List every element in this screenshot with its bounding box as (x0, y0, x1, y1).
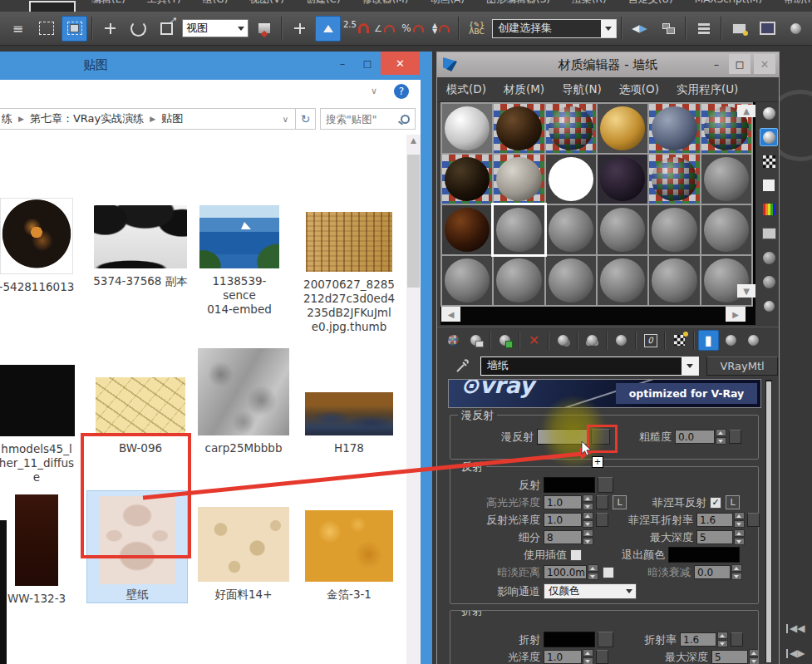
material-sample-slot[interactable] (701, 205, 751, 254)
max-menu-item[interactable]: 动画(A) (430, 0, 465, 5)
search-box[interactable] (320, 108, 416, 130)
roughness-spinner[interactable] (716, 429, 726, 445)
material-sample-slot[interactable] (701, 256, 751, 305)
make-material-copy-button[interactable] (553, 330, 573, 351)
show-map-in-viewport-button[interactable] (669, 330, 690, 351)
make-unique-button[interactable] (582, 330, 603, 351)
render-production-button[interactable] (783, 16, 809, 42)
explorer-scrollbar[interactable]: ▲ (406, 135, 421, 664)
layer-manager-button[interactable] (691, 16, 716, 42)
affect-channels-dropdown[interactable]: 仅颜色 (544, 583, 637, 599)
video-color-check-button[interactable] (760, 200, 778, 219)
max-menu-item[interactable]: MAXScript(M) (695, 0, 762, 5)
refract-gloss-spinner[interactable] (583, 649, 593, 664)
file-item[interactable]: carp25Mbbbb (196, 348, 291, 455)
explorer-titlebar[interactable]: 贴图 – ◻ ✕ (0, 52, 432, 80)
go-to-start-button[interactable]: ◀◀ (786, 622, 805, 634)
select-by-material-button[interactable] (760, 273, 778, 291)
max-menu-item[interactable]: 组(G) (203, 0, 229, 5)
help-button[interactable]: ? (394, 84, 409, 99)
use-pivot-point-button[interactable] (251, 16, 277, 42)
material-map-navigator-button[interactable] (760, 297, 778, 315)
menu-navigation[interactable]: 导航(N) (562, 82, 602, 97)
select-and-manipulate-button[interactable] (287, 16, 312, 42)
material-sample-slot[interactable] (546, 205, 596, 254)
select-and-move-button[interactable] (97, 16, 123, 42)
file-item[interactable]: 好面料14+ (196, 507, 291, 602)
align-button[interactable] (655, 16, 681, 42)
maximize-button[interactable]: ◻ (356, 52, 379, 75)
reference-coordinate-dropdown[interactable]: 视图 (182, 19, 249, 37)
select-and-scale-button[interactable] (154, 16, 180, 42)
refresh-button[interactable]: ↻ (296, 108, 316, 130)
dim-dist-spinner[interactable] (588, 564, 598, 580)
refl-gloss-map-button[interactable] (596, 513, 608, 527)
material-sample-slot[interactable] (442, 256, 492, 305)
refract-ior-spinner[interactable] (717, 632, 728, 647)
menu-material[interactable]: 材质(M) (504, 82, 544, 97)
max-menu-item[interactable]: 渲染(R) (572, 0, 607, 5)
sample-type-button[interactable] (760, 104, 778, 122)
max-menu-item[interactable]: 帮助(H) (784, 0, 812, 5)
slots-scroll-up-button[interactable]: ▲ (737, 105, 755, 117)
refract-color-swatch[interactable] (544, 632, 595, 647)
file-item[interactable]: 5374-37568 副本 (93, 205, 188, 288)
named-selection-set-dropdown[interactable]: 创建选择集 (492, 19, 617, 38)
sample-uv-tiling-button[interactable] (760, 176, 778, 194)
material-sample-slot[interactable] (546, 104, 596, 153)
reset-map-button[interactable]: ✕ (524, 330, 544, 351)
rect-selection-region-button[interactable] (33, 16, 59, 42)
file-item[interactable]: 20070627_8285 212d27c3d0ed4 235dB2JFKuJm… (303, 212, 396, 334)
spinner-snap-button[interactable]: ▲▼ (428, 16, 454, 42)
percent-snap-button[interactable]: % (400, 16, 426, 42)
file-item[interactable]: -5428116013 (0, 198, 83, 294)
hilight-gloss-value[interactable]: 1.0 (544, 495, 582, 509)
material-sample-slot[interactable] (442, 155, 492, 204)
roughness-map-button[interactable] (729, 430, 741, 444)
max-menu-item[interactable]: 图形编辑器(S) (486, 0, 550, 5)
menu-options[interactable]: 选项(O) (619, 82, 659, 97)
fresnel-ior-map-button[interactable] (747, 513, 760, 527)
roughness-value[interactable]: 0.0 (675, 430, 715, 444)
show-end-result-button[interactable]: ▮ (698, 330, 719, 351)
fresnel-ior-value[interactable]: 1.6 (696, 513, 733, 527)
material-sample-slot[interactable] (494, 104, 544, 153)
backlight-button[interactable] (760, 128, 778, 146)
material-sample-slot[interactable] (494, 155, 544, 204)
get-material-button[interactable] (443, 330, 464, 351)
max-menu-item[interactable]: 修改器(M) (362, 0, 409, 5)
refract-gloss-map-button[interactable] (596, 650, 608, 664)
address-dropdown-chevron[interactable]: ∨ (283, 115, 288, 124)
refract-gloss-value[interactable]: 1.0 (544, 650, 582, 664)
breadcrumb-item[interactable]: 第七章：VRay实战演练 (30, 111, 144, 126)
subdivs-value[interactable]: 8 (544, 530, 582, 544)
go-forward-to-sibling-button[interactable] (743, 330, 764, 351)
max-menu-item[interactable]: 视图(V) (249, 0, 284, 5)
material-sample-slot[interactable] (598, 155, 647, 204)
file-item[interactable]: hmodels45_l her_11_diffus e (0, 365, 83, 484)
mirror-button[interactable]: ◀▶ (627, 16, 652, 42)
max-menu-item[interactable]: 自定义(U) (628, 0, 673, 5)
fresnel-checkbox[interactable]: ✓ (710, 497, 721, 509)
material-sample-slot[interactable] (649, 205, 699, 254)
refract-ior-map-button[interactable] (731, 632, 743, 647)
dim-fall-spinner[interactable] (731, 564, 742, 580)
exit-color-swatch[interactable] (668, 547, 740, 563)
rendered-frame-window-button[interactable] (755, 16, 780, 42)
file-item[interactable]: 金箔-3-1 (303, 510, 396, 602)
select-object-button[interactable] (62, 16, 87, 42)
subdivs-spinner[interactable] (583, 529, 593, 545)
file-item[interactable]: WW-132-3 (0, 494, 83, 606)
make-preview-button[interactable] (760, 224, 778, 243)
reflect-map-button[interactable] (598, 477, 613, 493)
hilight-gloss-spinner[interactable] (583, 494, 593, 510)
breadcrumb-item[interactable]: 贴图 (161, 111, 183, 126)
material-sample-slot-selected[interactable] (494, 205, 544, 254)
maximize-button[interactable]: ◻ (729, 54, 750, 74)
refract-map-button[interactable] (598, 632, 613, 647)
material-sample-slot[interactable] (546, 155, 596, 204)
slots-scroll-right-button[interactable]: ▶ (726, 307, 746, 322)
fresnel-lock-button[interactable]: L (726, 495, 740, 509)
max-depth-spinner[interactable] (734, 529, 745, 545)
close-button[interactable]: ✕ (754, 54, 775, 74)
